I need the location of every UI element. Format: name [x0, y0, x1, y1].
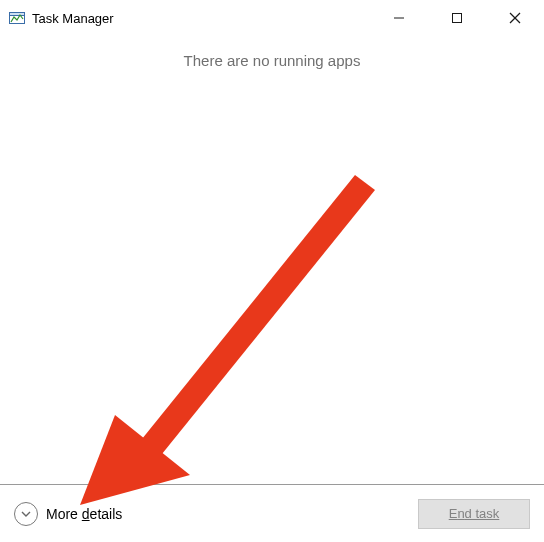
svg-rect-3	[453, 14, 462, 23]
task-manager-icon	[8, 9, 26, 27]
bottom-bar: More details End task	[0, 484, 544, 542]
maximize-button[interactable]	[428, 0, 486, 36]
window-title: Task Manager	[32, 11, 370, 26]
end-task-button[interactable]: End task	[418, 499, 530, 529]
more-details-label: More details	[46, 506, 122, 522]
svg-rect-1	[10, 13, 25, 16]
titlebar: Task Manager	[0, 0, 544, 36]
empty-state-message: There are no running apps	[0, 36, 544, 69]
minimize-button[interactable]	[370, 0, 428, 36]
close-button[interactable]	[486, 0, 544, 36]
annotation-arrow-icon	[60, 175, 400, 515]
window-controls	[370, 0, 544, 36]
more-details-button[interactable]: More details	[14, 502, 122, 526]
svg-marker-6	[125, 175, 375, 475]
chevron-down-icon	[14, 502, 38, 526]
